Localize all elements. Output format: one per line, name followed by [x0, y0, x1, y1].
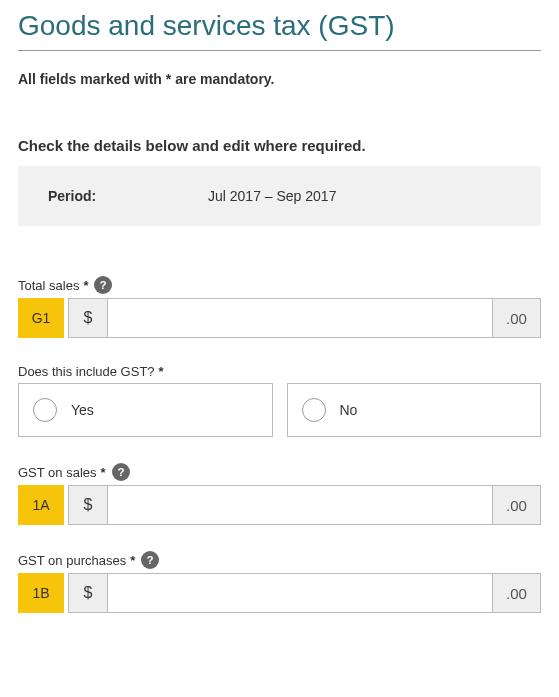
required-asterisk: * — [130, 553, 135, 568]
period-value: Jul 2017 – Sep 2017 — [208, 188, 336, 204]
include-gst-yes-option[interactable]: Yes — [18, 383, 273, 437]
currency-prefix: $ — [68, 485, 108, 525]
svg-text:?: ? — [117, 466, 124, 478]
mandatory-note: All fields marked with * are mandatory. — [18, 71, 541, 87]
gst-on-purchases-label: GST on purchases * ? — [18, 551, 541, 569]
cents-suffix: .00 — [493, 573, 541, 613]
radio-label-no: No — [340, 402, 358, 418]
gst-on-purchases-input[interactable] — [108, 573, 493, 613]
cents-suffix: .00 — [493, 298, 541, 338]
radio-label-yes: Yes — [71, 402, 94, 418]
currency-prefix: $ — [68, 298, 108, 338]
cents-suffix: .00 — [493, 485, 541, 525]
field-code-1b: 1B — [18, 573, 64, 613]
help-icon[interactable]: ? — [94, 276, 112, 294]
page-title: Goods and services tax (GST) — [18, 10, 541, 51]
required-asterisk: * — [83, 278, 88, 293]
include-gst-no-option[interactable]: No — [287, 383, 542, 437]
required-asterisk: * — [159, 364, 164, 379]
help-icon[interactable]: ? — [112, 463, 130, 481]
gst-on-sales-label: GST on sales * ? — [18, 463, 541, 481]
required-asterisk: * — [101, 465, 106, 480]
total-sales-label: Total sales * ? — [18, 276, 541, 294]
total-sales-input[interactable] — [108, 298, 493, 338]
check-details-note: Check the details below and edit where r… — [18, 137, 541, 154]
field-code-g1: G1 — [18, 298, 64, 338]
svg-text:?: ? — [100, 279, 107, 291]
svg-text:?: ? — [147, 554, 154, 566]
gst-on-sales-input[interactable] — [108, 485, 493, 525]
field-code-1a: 1A — [18, 485, 64, 525]
radio-icon — [302, 398, 326, 422]
include-gst-label: Does this include GST? * — [18, 364, 541, 379]
period-box: Period: Jul 2017 – Sep 2017 — [18, 166, 541, 226]
help-icon[interactable]: ? — [141, 551, 159, 569]
period-label: Period: — [48, 188, 208, 204]
radio-icon — [33, 398, 57, 422]
currency-prefix: $ — [68, 573, 108, 613]
